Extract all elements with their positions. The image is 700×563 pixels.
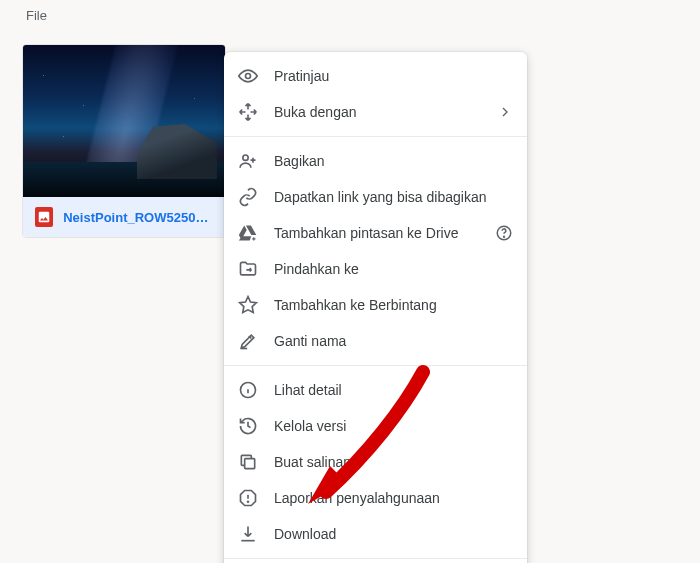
svg-marker-5 — [240, 297, 257, 313]
move-arrows-icon — [238, 102, 258, 122]
menu-rename[interactable]: Ganti nama — [224, 323, 527, 359]
image-file-icon — [35, 207, 53, 227]
menu-label: Tambahkan ke Berbintang — [274, 297, 513, 313]
menu-label: Pratinjau — [274, 68, 513, 84]
menu-label: Bagikan — [274, 153, 513, 169]
menu-label: Tambahkan pintasan ke Drive — [274, 225, 479, 241]
person-add-icon — [238, 151, 258, 171]
svg-point-8 — [248, 501, 249, 502]
menu-open-with[interactable]: Buka dengan — [224, 94, 527, 130]
menu-preview[interactable]: Pratinjau — [224, 58, 527, 94]
svg-rect-7 — [245, 459, 255, 469]
menu-label: Download — [274, 526, 513, 542]
menu-divider — [224, 558, 527, 559]
report-icon — [238, 488, 258, 508]
menu-add-star[interactable]: Tambahkan ke Berbintang — [224, 287, 527, 323]
menu-label: Dapatkan link yang bisa dibagikan — [274, 189, 513, 205]
drive-add-icon — [238, 223, 258, 243]
menu-add-shortcut[interactable]: Tambahkan pintasan ke Drive — [224, 215, 527, 251]
menu-view-details[interactable]: Lihat detail — [224, 372, 527, 408]
menu-move-to[interactable]: Pindahkan ke — [224, 251, 527, 287]
help-icon[interactable] — [495, 224, 513, 242]
file-thumbnail — [23, 45, 225, 197]
link-icon — [238, 187, 258, 207]
info-icon — [238, 380, 258, 400]
menu-report-abuse[interactable]: Laporkan penyalahgunaan — [224, 480, 527, 516]
menu-label: Ganti nama — [274, 333, 513, 349]
menu-label: Kelola versi — [274, 418, 513, 434]
menu-share[interactable]: Bagikan — [224, 143, 527, 179]
file-title-row[interactable]: NeistPoint_ROW5250174... — [23, 197, 225, 237]
svg-point-1 — [243, 155, 248, 160]
section-label: File — [26, 8, 47, 23]
pencil-icon — [238, 331, 258, 351]
download-icon — [238, 524, 258, 544]
chevron-right-icon — [497, 104, 513, 120]
copy-icon — [238, 452, 258, 472]
star-icon — [238, 295, 258, 315]
file-card[interactable]: NeistPoint_ROW5250174... — [22, 44, 226, 238]
menu-label: Buka dengan — [274, 104, 481, 120]
menu-divider — [224, 365, 527, 366]
eye-icon — [238, 66, 258, 86]
menu-label: Buat salinan — [274, 454, 513, 470]
menu-divider — [224, 136, 527, 137]
menu-label: Lihat detail — [274, 382, 513, 398]
history-icon — [238, 416, 258, 436]
folder-move-icon — [238, 259, 258, 279]
menu-get-link[interactable]: Dapatkan link yang bisa dibagikan — [224, 179, 527, 215]
menu-label: Laporkan penyalahgunaan — [274, 490, 513, 506]
svg-point-0 — [246, 74, 251, 79]
svg-point-4 — [504, 236, 505, 237]
menu-make-copy[interactable]: Buat salinan — [224, 444, 527, 480]
file-name: NeistPoint_ROW5250174... — [63, 210, 213, 225]
context-menu: Pratinjau Buka dengan Bagikan Dapatkan l… — [224, 52, 527, 563]
menu-download[interactable]: Download — [224, 516, 527, 552]
menu-manage-versions[interactable]: Kelola versi — [224, 408, 527, 444]
menu-label: Pindahkan ke — [274, 261, 513, 277]
